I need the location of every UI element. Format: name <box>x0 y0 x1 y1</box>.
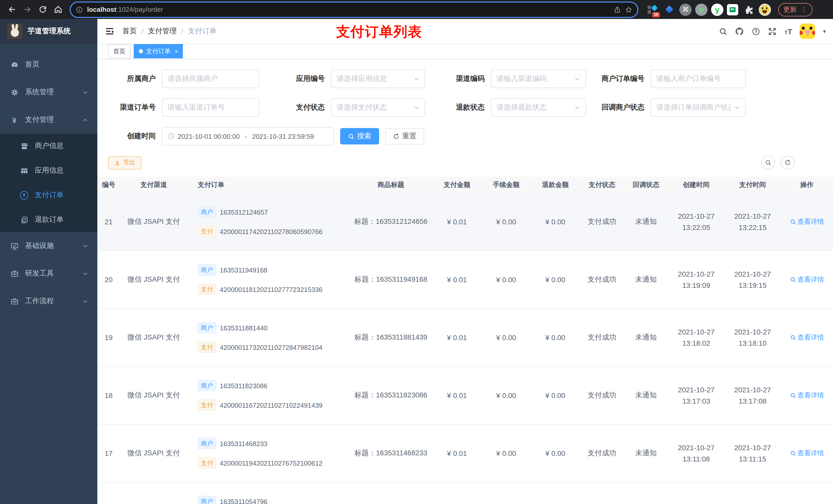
avatar-caret-icon[interactable]: ▾ <box>823 28 826 34</box>
order-no-line: 商户1635311054796 <box>198 496 349 504</box>
order-number: 4200001194202110276752100612 <box>220 459 323 467</box>
browser-forward-icon[interactable] <box>21 3 34 16</box>
github-icon[interactable] <box>735 27 744 35</box>
breadcrumb-separator: / <box>181 27 184 35</box>
site-info-icon[interactable] <box>76 6 83 13</box>
sidebar-item-system[interactable]: 系统管理 <box>0 78 97 106</box>
refresh-table-icon[interactable] <box>781 156 794 170</box>
col-header-created: 创建时间 <box>668 180 724 190</box>
app-logo[interactable]: 芋道管理系统 <box>0 19 97 44</box>
sidebar-item-app-info[interactable]: 应用信息 <box>0 158 97 183</box>
logo-image <box>7 24 23 39</box>
reset-button-label: 重置 <box>402 131 416 141</box>
browser-home-icon[interactable] <box>51 3 65 16</box>
cell-refund: ¥ 0.00 <box>531 275 580 284</box>
bookmark-star-icon[interactable] <box>625 6 632 13</box>
created-time-range-picker[interactable]: 2021-10-01 00:00:00 - 2021-10-31 23:59:5… <box>162 127 334 145</box>
cell-created: 2021-10-2713:19:09 <box>668 268 724 291</box>
breadcrumb-separator: / <box>141 27 143 35</box>
extension-kite-icon[interactable] <box>662 3 676 16</box>
cell-created: 2021-10-2713:17:03 <box>668 384 724 407</box>
view-detail-link[interactable]: 查看详情 <box>790 275 824 284</box>
sidebar-item-infrastructure[interactable]: 基础设施 <box>0 232 97 260</box>
placeholder: 请选择支付状态 <box>337 103 410 112</box>
extension-command-icon[interactable]: ⌘ <box>679 3 692 16</box>
tab-close-icon[interactable]: × <box>175 48 178 54</box>
order-number: 1635311468233 <box>220 440 267 448</box>
breadcrumb-pay-management[interactable]: 支付管理 <box>148 27 177 36</box>
order-number: 4200001173202110272847982104 <box>220 343 323 351</box>
header-search-icon[interactable] <box>719 27 728 35</box>
merchant-select[interactable]: 请选择所属商户 <box>162 70 259 88</box>
extension-tabs-icon[interactable]: 10 <box>645 3 659 16</box>
chevron-up-icon <box>82 117 88 123</box>
view-detail-link[interactable]: 查看详情 <box>790 217 824 226</box>
chevron-down-icon <box>82 298 88 304</box>
search-button-label: 搜索 <box>357 131 372 141</box>
app-title: 芋道管理系统 <box>28 27 71 36</box>
extensions-puzzle-icon[interactable] <box>742 3 755 16</box>
share-icon[interactable] <box>614 6 621 13</box>
tab-label: 支付订单 <box>146 47 171 55</box>
sidebar-item-label: 系统管理 <box>25 88 54 97</box>
cell-notify: 未通知 <box>624 217 668 226</box>
sidebar-item-home[interactable]: 首页 <box>0 51 97 78</box>
tab-home[interactable]: 首页 <box>108 44 130 58</box>
cell-fee: ¥ 0.00 <box>481 275 531 284</box>
user-avatar[interactable] <box>800 24 815 39</box>
font-size-icon[interactable]: TT <box>784 27 792 35</box>
breadcrumb: 首页 / 支付管理 / 支付订单 <box>122 27 217 36</box>
clock-icon <box>168 133 175 140</box>
sidebar-item-payment[interactable]: ¥支付管理 <box>0 106 97 134</box>
app-select[interactable]: 请选择应用信息 <box>331 70 425 88</box>
chevron-down-icon <box>82 89 88 95</box>
merchant-tag: 商户 <box>198 496 216 504</box>
view-detail-link[interactable]: 查看详情 <box>790 449 824 458</box>
channel-code-select[interactable]: 请输入渠道编码 <box>491 70 586 88</box>
pay-status-select[interactable]: 请选择支付状态 <box>331 98 425 117</box>
search-button[interactable]: 搜索 <box>340 128 379 144</box>
merchant-tag: 商户 <box>198 380 216 391</box>
help-icon[interactable] <box>752 27 760 35</box>
browser-back-icon[interactable] <box>5 3 19 16</box>
browser-reload-icon[interactable] <box>36 3 49 16</box>
table-row: 18微信 JSAPI 支付商户1635311823086支付4200001167… <box>97 367 833 425</box>
browser-address-bar[interactable]: localhost:1024/pay/order <box>70 1 638 18</box>
col-header-notify: 回调状态 <box>624 180 668 190</box>
cell-fee: ¥ 0.00 <box>481 391 531 400</box>
notify-status-select[interactable]: 请选择订单回调商户状态 <box>651 98 746 117</box>
sidebar-item-pay-order[interactable]: ¥支付订单 <box>0 183 97 208</box>
chevron-down-icon <box>574 76 580 82</box>
order-number: 1635312124657 <box>220 208 268 216</box>
sidebar-item-dev-tools[interactable]: 研发工具 <box>0 260 97 287</box>
table-row: 19微信 JSAPI 支付商户1635311881440支付4200001173… <box>97 309 833 367</box>
briefcase-icon <box>10 297 19 305</box>
sidebar-item-merchant-info[interactable]: 商户信息 <box>0 134 97 158</box>
fullscreen-icon[interactable] <box>768 27 777 35</box>
refund-status-select[interactable]: 请选择退款状态 <box>491 98 586 117</box>
view-detail-link[interactable]: 查看详情 <box>790 333 824 342</box>
cell-paid: 2021-10-2713:19:15 <box>724 268 781 291</box>
sidebar-item-refund-order[interactable]: 退款订单 <box>0 208 97 232</box>
channel-order-no-input[interactable]: 请输入渠道订单号 <box>162 98 259 117</box>
extension-y-icon[interactable]: y <box>711 3 723 16</box>
extension-recorder-icon[interactable] <box>695 3 708 16</box>
toggle-search-icon[interactable] <box>761 156 775 170</box>
order-number: 1635311881440 <box>220 324 267 332</box>
cell-actions: 查看详情 <box>781 275 833 284</box>
browser-update-button[interactable]: 更新 ⋮ <box>778 3 812 16</box>
merchant-tag: 商户 <box>198 264 216 275</box>
breadcrumb-home[interactable]: 首页 <box>122 27 137 36</box>
sidebar-toggle-icon[interactable] <box>105 27 114 36</box>
tab-pay-order[interactable]: 支付订单 × <box>134 44 183 58</box>
filter-row: 所属商户 请选择所属商户 应用编号 请选择应用信息 渠道编码 请输入渠道编码 商… <box>97 70 833 88</box>
extension-chat-icon[interactable] <box>727 4 738 15</box>
merchant-order-no-input[interactable]: 请输入商户订单编号 <box>651 70 746 88</box>
profile-avatar-icon[interactable] <box>759 3 771 16</box>
browser-menu-icon[interactable]: ⋮ <box>801 6 807 13</box>
order-no-line: 商户1635311468233 <box>198 438 349 449</box>
export-button[interactable]: 导出 <box>108 156 141 169</box>
sidebar-item-workflow[interactable]: 工作流程 <box>0 287 97 315</box>
reset-button[interactable]: 重置 <box>385 128 424 144</box>
view-detail-link[interactable]: 查看详情 <box>790 391 824 400</box>
